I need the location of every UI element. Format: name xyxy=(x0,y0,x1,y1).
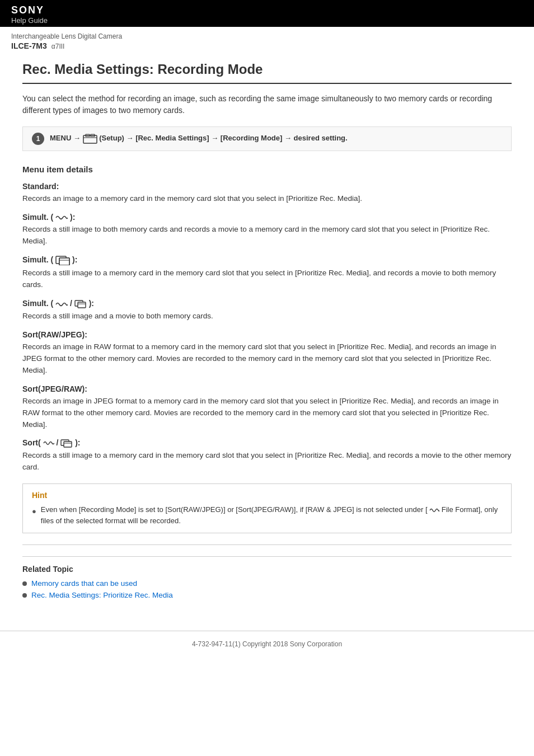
related-link-2[interactable]: Rec. Media Settings: Prioritize Rec. Med… xyxy=(22,591,512,599)
related-topic-section: Related Topic Memory cards that can be u… xyxy=(22,556,512,599)
guide-label: Help Guide xyxy=(11,16,523,25)
wave-icon2 xyxy=(53,299,70,308)
related-link-1[interactable]: Memory cards that can be used xyxy=(22,579,512,588)
step-number: 1 xyxy=(32,133,44,145)
related-bullet-2 xyxy=(22,593,27,598)
setup-icon xyxy=(83,134,100,142)
camera-type: Interchangeable Lens Digital Camera xyxy=(11,32,523,40)
svg-rect-6 xyxy=(59,258,69,265)
item-sort-raw-desc: Records an image in RAW format to a memo… xyxy=(22,341,512,377)
item-sort-wave-card-heading: Sort( / ): xyxy=(22,438,512,448)
breadcrumb: Interchangeable Lens Digital Camera ILCE… xyxy=(0,27,534,56)
item-sort-wave-card-desc: Records a still image to a memory card i… xyxy=(22,450,512,473)
hint-box: Hint ● Even when [Recording Mode] is set… xyxy=(22,483,512,533)
menu-text: MENU → (Setup) → [Rec. Media Settings] →… xyxy=(50,134,348,144)
wave-icon3 xyxy=(41,438,57,447)
related-link-memory-cards[interactable]: Memory cards that can be used xyxy=(31,579,137,588)
related-link-prioritize[interactable]: Rec. Media Settings: Prioritize Rec. Med… xyxy=(31,591,173,599)
item-simult-card-desc: Records a still image to a memory card i… xyxy=(22,267,512,291)
menu-instruction: 1 MENU → (Setup) → [Rec. Media Settings]… xyxy=(22,126,512,151)
section-title: Menu item details xyxy=(22,165,512,174)
hint-item: ● Even when [Recording Mode] is set to [… xyxy=(32,504,502,526)
item-sort-jpeg-desc: Records an image in JPEG format to a mem… xyxy=(22,396,512,431)
card-icon xyxy=(53,255,72,264)
svg-rect-12 xyxy=(64,442,72,447)
main-content: Rec. Media Settings: Recording Mode You … xyxy=(0,56,534,614)
model-sub: α7III xyxy=(51,43,65,50)
related-topic-title: Related Topic xyxy=(22,565,512,574)
item-sort-raw-heading: Sort(RAW/JPEG): xyxy=(22,330,512,339)
item-standard-heading: Standard: xyxy=(22,182,512,191)
section-divider xyxy=(22,544,512,545)
hint-bullet-icon: ● xyxy=(32,506,36,517)
intro-text: You can select the method for recording … xyxy=(22,93,512,116)
header: SONY Help Guide xyxy=(0,0,534,27)
hint-text: Even when [Recording Mode] is set to [So… xyxy=(41,504,502,526)
card-icon2 xyxy=(72,299,89,308)
model-main: ILCE-7M3 xyxy=(11,41,47,50)
item-simult-card-heading: Simult. ( ): xyxy=(22,255,512,265)
item-simult-wave-desc: Records a still image to both memory car… xyxy=(22,224,512,247)
wave-icon xyxy=(53,213,70,222)
hint-title: Hint xyxy=(32,491,502,500)
footer-text: 4-732-947-11(1) Copyright 2018 Sony Corp… xyxy=(192,640,342,648)
page-title: Rec. Media Settings: Recording Mode xyxy=(22,62,512,84)
brand-logo: SONY xyxy=(11,4,523,16)
svg-rect-9 xyxy=(78,302,86,308)
item-sort-jpeg-heading: Sort(JPEG/RAW): xyxy=(22,384,512,393)
item-simult-both-desc: Records a still image and a movie to bot… xyxy=(22,311,512,322)
item-simult-both-heading: Simult. ( / ): xyxy=(22,299,512,308)
related-bullet-1 xyxy=(22,581,27,586)
item-simult-wave-heading: Simult. ( ): xyxy=(22,213,512,222)
card-icon3 xyxy=(58,438,75,447)
item-standard-desc: Records an image to a memory card in the… xyxy=(22,193,512,205)
menu-details-section: Menu item details Standard: Records an i… xyxy=(22,165,512,473)
footer: 4-732-947-11(1) Copyright 2018 Sony Corp… xyxy=(0,631,534,657)
